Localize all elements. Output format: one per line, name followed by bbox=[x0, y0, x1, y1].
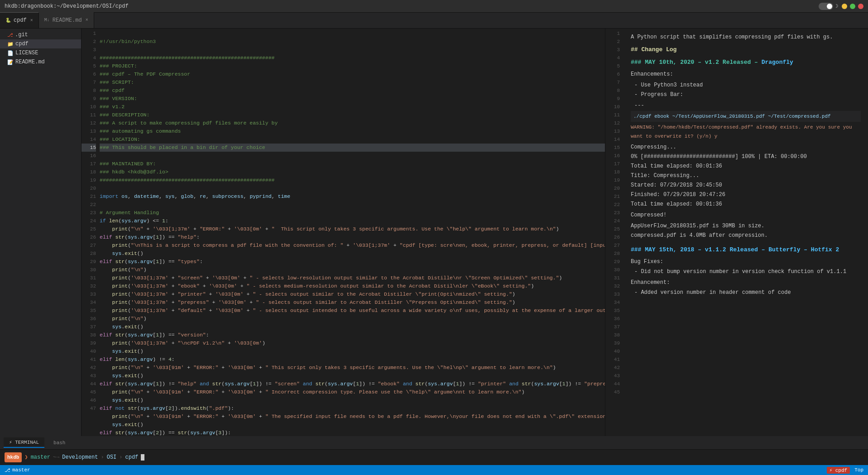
title-bar-controls bbox=[842, 4, 863, 9]
tab-cpdf[interactable]: 🐍 cpdf × bbox=[0, 12, 39, 28]
close-button[interactable] bbox=[858, 4, 863, 9]
python-icon: 🐍 bbox=[5, 18, 11, 23]
tab-cpdf-close[interactable]: × bbox=[30, 18, 33, 23]
terminal-cpdf-badge: ⚡ cpdf bbox=[827, 467, 850, 474]
readme-finished: Finished: 07/29/2018 20:47:26 bbox=[631, 190, 861, 199]
sidebar: ⎇ .git 📁 cpdf 📄 LICENSE 📝 README.md bbox=[0, 29, 82, 436]
readme-size1: AppUserFlow_20180315.pdf is 30MB in size… bbox=[631, 221, 861, 230]
status-terminal-cpdf[interactable]: ⚡ cpdf bbox=[827, 467, 850, 474]
readme-progress: 0% [############################] 100% |… bbox=[631, 152, 861, 161]
readme-bugfixes-label: Bug Fixes: bbox=[631, 257, 861, 266]
sidebar-item-readme[interactable]: 📝 README.md bbox=[0, 58, 81, 67]
bash-tab-label: bash bbox=[53, 440, 65, 446]
status-bar: ⎇ master ⚡ cpdf Top bbox=[0, 465, 868, 475]
prompt-branch: master bbox=[31, 453, 50, 461]
status-right: ⚡ cpdf Top bbox=[827, 467, 863, 474]
sidebar-label-readme: README.md bbox=[15, 59, 45, 65]
code-pane: 12345 678910 1112131415 1617181920 21222… bbox=[82, 29, 605, 436]
terminal-tabs: ⚡ TERMINAL bash bbox=[0, 436, 868, 450]
sidebar-item-cpdf[interactable]: 📁 cpdf bbox=[0, 39, 81, 48]
title-bar-text: hkdb:dragonbook:~/Development/OSI/cpdf bbox=[5, 3, 819, 10]
readme-entry1-heading: ### MAY 10th, 2020 – v1.2 Released – Dra… bbox=[631, 58, 861, 67]
terminal-tab-terminal[interactable]: ⚡ TERMINAL bbox=[4, 437, 44, 448]
readme-total-elapsed: Total time elapsed: 00:01:36 bbox=[631, 200, 861, 209]
line-numbers: 12345 678910 1112131415 1617181920 21222… bbox=[82, 29, 100, 436]
status-top[interactable]: Top bbox=[854, 467, 863, 473]
readme-size2: compressed.pdf is 4.0MB after compressio… bbox=[631, 231, 861, 240]
license-icon: 📄 bbox=[7, 50, 14, 56]
toggle-label: ☽ bbox=[835, 3, 838, 9]
prompt-cursor bbox=[141, 454, 144, 461]
sidebar-label-cpdf: cpdf bbox=[15, 41, 29, 47]
readme-enhancement1: - Added version number in header comment… bbox=[631, 288, 861, 297]
title-bar: hkdb:dragonbook:~/Development/OSI/cpdf ☽ bbox=[0, 0, 868, 13]
main-area: ⎇ .git 📁 cpdf 📄 LICENSE 📝 README.md 1234… bbox=[0, 29, 868, 436]
sidebar-label-git: .git bbox=[15, 32, 28, 38]
folder-icon: 📁 bbox=[7, 41, 14, 47]
editor-area: 12345 678910 1112131415 1617181920 21222… bbox=[82, 29, 868, 436]
prompt-user: hkdb bbox=[5, 452, 22, 462]
top-label: Top bbox=[854, 467, 863, 473]
prompt-path: Development bbox=[62, 453, 98, 461]
prompt-path-osi: OSI bbox=[107, 453, 117, 461]
readme-list-item1: - Use Python3 instead bbox=[631, 81, 861, 90]
sidebar-item-license[interactable]: 📄 LICENSE bbox=[0, 48, 81, 58]
git-icon: ⎇ bbox=[7, 32, 13, 38]
readme-bugfix1: - Did not bump version number in version… bbox=[631, 267, 861, 276]
markdown-icon: M↓ bbox=[44, 18, 50, 23]
readme-entry2-heading: ### MAY 15th, 2018 – v1.1.2 Released – B… bbox=[631, 245, 861, 254]
code-content: 12345 678910 1112131415 1617181920 21222… bbox=[82, 29, 605, 436]
tab-readme-close[interactable]: × bbox=[86, 18, 88, 23]
maximize-button[interactable] bbox=[850, 4, 855, 9]
readme-separator: --- bbox=[631, 101, 861, 110]
tab-readme[interactable]: M↓ README.md × bbox=[39, 12, 94, 28]
readme-changelog: ## Change Log bbox=[631, 45, 861, 54]
minimize-button[interactable] bbox=[842, 4, 847, 9]
toggle-switch[interactable] bbox=[819, 3, 833, 10]
sidebar-label-license: LICENSE bbox=[15, 50, 38, 56]
branch-icon: ⎇ bbox=[5, 467, 10, 473]
terminal-content[interactable]: hkdb ❯ master ~→ Development › OSI › cpd… bbox=[0, 450, 868, 465]
readme-warning: WARNING: "/home/hkdb/Test/compressed.pdf… bbox=[631, 123, 861, 141]
readme-compressed-label: Compressed! bbox=[631, 211, 861, 220]
tab-cpdf-label: cpdf bbox=[14, 17, 27, 24]
status-branch[interactable]: ⎇ master bbox=[5, 467, 30, 473]
readme-enhancement-label: Enhancement: bbox=[631, 278, 861, 287]
terminal-tab-bash[interactable]: bash bbox=[48, 438, 71, 447]
code-lines[interactable]: #!/usr/bin/python3 #####################… bbox=[100, 29, 605, 436]
readme-icon: 📝 bbox=[7, 59, 14, 65]
readme-started: Started: 07/29/2018 20:45:50 bbox=[631, 181, 861, 190]
prompt-arrow1: ❯ bbox=[24, 453, 28, 461]
readme-content: A Python script that simplifies compress… bbox=[623, 29, 868, 436]
terminal-tab-label: ⚡ TERMINAL bbox=[9, 440, 39, 445]
prompt-path-sep2: › bbox=[119, 453, 122, 461]
readme-elapsed: Total time elapsed: 00:01:36 bbox=[631, 162, 861, 171]
readme-list-item2: - Progress Bar: bbox=[631, 90, 861, 99]
readme-compressing: Compressing... bbox=[631, 143, 861, 152]
branch-label: master bbox=[12, 467, 30, 473]
sidebar-item-git[interactable]: ⎇ .git bbox=[0, 30, 81, 39]
tab-bar: 🐍 cpdf × M↓ README.md × bbox=[0, 13, 868, 29]
readme-enhancements-label: Enhancements: bbox=[631, 70, 861, 79]
toggle-area: ☽ bbox=[819, 3, 838, 10]
prompt-path-cpdf: cpdf bbox=[125, 453, 139, 461]
prompt-separator: ~→ bbox=[53, 453, 59, 461]
readme-command: ./cpdf ebook ~/Test/AppUserFlow_20180315… bbox=[631, 111, 861, 122]
readme-pane: 12345 678910 1112131415 1617181920 21222… bbox=[605, 29, 868, 436]
readme-title-line: Title: Compressing... bbox=[631, 171, 861, 180]
prompt-path-sep1: › bbox=[101, 453, 104, 461]
readme-description: A Python script that simplifies compress… bbox=[631, 33, 861, 42]
tab-readme-label: README.md bbox=[53, 17, 82, 24]
readme-line-numbers: 12345 678910 1112131415 1617181920 21222… bbox=[605, 29, 623, 436]
